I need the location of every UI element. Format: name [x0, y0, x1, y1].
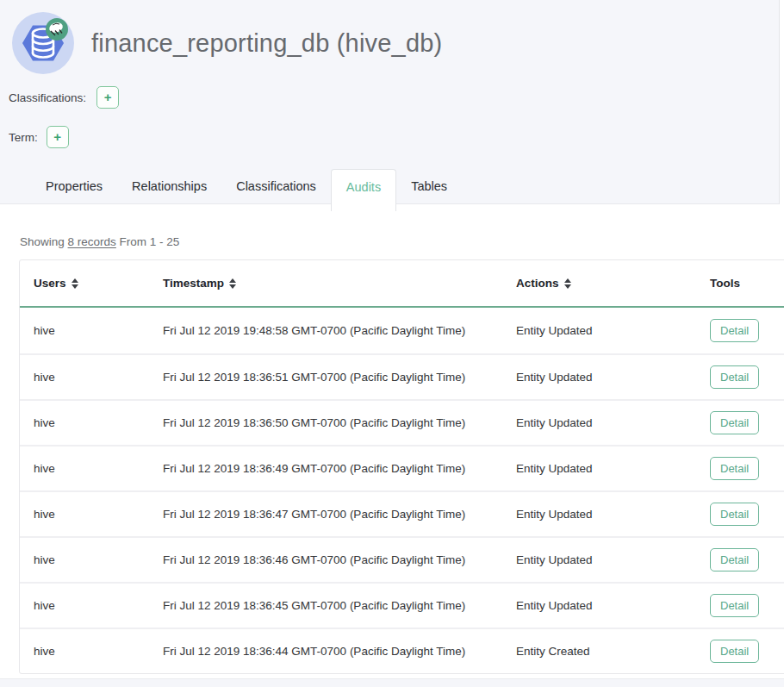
audit-action-cell: Entity Updated	[502, 308, 696, 353]
column-label: Users	[34, 277, 66, 290]
audit-action-cell: Entity Created	[502, 629, 696, 673]
audit-timestamp-cell: Fri Jul 12 2019 18:36:44 GMT-0700 (Pacif…	[149, 629, 502, 673]
records-summary-suffix: From 1 - 25	[116, 235, 180, 248]
add-classification-button[interactable]: +	[96, 86, 119, 109]
classifications-row: Classifications: +	[9, 86, 779, 109]
audit-user-cell: hive	[20, 401, 149, 445]
hive-db-entity-icon	[12, 12, 74, 74]
tab-classifications[interactable]: Classifications	[221, 169, 331, 203]
records-count-link[interactable]: 8 records	[68, 235, 116, 248]
audit-row: hiveFri Jul 12 2019 18:36:47 GMT-0700 (P…	[20, 490, 784, 536]
audit-tools-cell: Detail	[696, 629, 784, 673]
audit-row: hiveFri Jul 12 2019 18:36:46 GMT-0700 (P…	[20, 536, 784, 582]
sort-icon[interactable]	[229, 278, 236, 289]
audit-tools-cell: Detail	[696, 401, 784, 445]
detail-button[interactable]: Detail	[710, 640, 759, 663]
column-header-timestamp[interactable]: Timestamp	[149, 277, 502, 290]
entity-header: finance_reporting_db (hive_db) Classific…	[0, 0, 780, 204]
audit-tools-cell: Detail	[696, 308, 784, 353]
add-term-button[interactable]: +	[47, 126, 69, 148]
audit-user-cell: hive	[20, 538, 149, 582]
audit-table-body: hiveFri Jul 12 2019 19:48:58 GMT-0700 (P…	[20, 308, 784, 673]
audit-row: hiveFri Jul 12 2019 18:36:51 GMT-0700 (P…	[20, 353, 784, 399]
audit-tools-cell: Detail	[696, 447, 784, 490]
audit-tools-cell: Detail	[696, 492, 784, 536]
detail-button[interactable]: Detail	[710, 411, 759, 434]
audit-row: hiveFri Jul 12 2019 19:48:58 GMT-0700 (P…	[20, 308, 784, 353]
audit-timestamp-cell: Fri Jul 12 2019 19:48:58 GMT-0700 (Pacif…	[149, 308, 502, 353]
audit-user-cell: hive	[20, 308, 149, 353]
tab-relationships[interactable]: Relationships	[117, 169, 221, 203]
audit-timestamp-cell: Fri Jul 12 2019 18:36:46 GMT-0700 (Pacif…	[149, 538, 502, 582]
audit-user-cell: hive	[20, 629, 149, 673]
audit-user-cell: hive	[20, 355, 149, 399]
audit-action-cell: Entity Updated	[502, 447, 696, 490]
audit-action-cell: Entity Updated	[502, 584, 696, 628]
hive-bee-badge-icon	[46, 18, 68, 41]
audit-row: hiveFri Jul 12 2019 18:36:49 GMT-0700 (P…	[20, 445, 784, 490]
audit-row: hiveFri Jul 12 2019 18:36:44 GMT-0700 (P…	[20, 628, 784, 673]
column-label: Actions	[516, 277, 559, 290]
detail-button[interactable]: Detail	[710, 365, 759, 389]
column-header-users[interactable]: Users	[20, 277, 149, 290]
sort-icon[interactable]	[564, 278, 571, 289]
audit-row: hiveFri Jul 12 2019 18:36:50 GMT-0700 (P…	[20, 399, 784, 445]
audit-tools-cell: Detail	[696, 584, 784, 628]
term-label: Term:	[9, 131, 38, 144]
audit-timestamp-cell: Fri Jul 12 2019 18:36:45 GMT-0700 (Pacif…	[149, 584, 502, 628]
audit-tools-cell: Detail	[696, 538, 784, 582]
records-summary-prefix: Showing	[20, 235, 68, 248]
tab-tables[interactable]: Tables	[396, 169, 462, 203]
detail-button[interactable]: Detail	[710, 503, 759, 526]
column-header-tools: Tools	[696, 277, 784, 290]
records-summary: Showing 8 records From 1 - 25	[20, 235, 784, 248]
audit-table: UsersTimestampActionsTools hiveFri Jul 1…	[19, 259, 784, 674]
entity-tabbar: PropertiesRelationshipsClassificationsAu…	[0, 165, 779, 204]
sort-icon[interactable]	[72, 278, 78, 289]
audit-row: hiveFri Jul 12 2019 18:36:45 GMT-0700 (P…	[20, 582, 784, 628]
audit-user-cell: hive	[20, 447, 149, 490]
audits-panel: Showing 8 records From 1 - 25 UsersTimes…	[0, 235, 784, 674]
audit-action-cell: Entity Updated	[502, 355, 696, 399]
audit-action-cell: Entity Updated	[502, 538, 696, 582]
audit-table-header: UsersTimestampActionsTools	[20, 260, 784, 308]
tab-properties[interactable]: Properties	[31, 169, 117, 203]
column-label: Tools	[710, 277, 740, 290]
column-label: Timestamp	[163, 277, 224, 290]
audit-timestamp-cell: Fri Jul 12 2019 18:36:50 GMT-0700 (Pacif…	[149, 401, 502, 445]
detail-button[interactable]: Detail	[710, 319, 759, 342]
column-header-actions[interactable]: Actions	[502, 277, 696, 290]
page-title: finance_reporting_db (hive_db)	[91, 29, 442, 58]
detail-button[interactable]: Detail	[710, 594, 759, 617]
audit-timestamp-cell: Fri Jul 12 2019 18:36:47 GMT-0700 (Pacif…	[149, 492, 502, 536]
tab-audits[interactable]: Audits	[331, 169, 396, 211]
classifications-label: Classifications:	[9, 91, 86, 104]
audit-action-cell: Entity Updated	[502, 401, 696, 445]
detail-button[interactable]: Detail	[710, 457, 759, 480]
audit-user-cell: hive	[20, 492, 149, 536]
audit-timestamp-cell: Fri Jul 12 2019 18:36:51 GMT-0700 (Pacif…	[149, 355, 502, 399]
audit-timestamp-cell: Fri Jul 12 2019 18:36:49 GMT-0700 (Pacif…	[149, 447, 502, 490]
audit-user-cell: hive	[20, 584, 149, 628]
page-bottom-strip	[0, 678, 784, 687]
audit-action-cell: Entity Updated	[502, 492, 696, 536]
detail-button[interactable]: Detail	[710, 548, 759, 571]
audit-tools-cell: Detail	[696, 355, 784, 399]
term-row: Term: +	[9, 126, 779, 148]
